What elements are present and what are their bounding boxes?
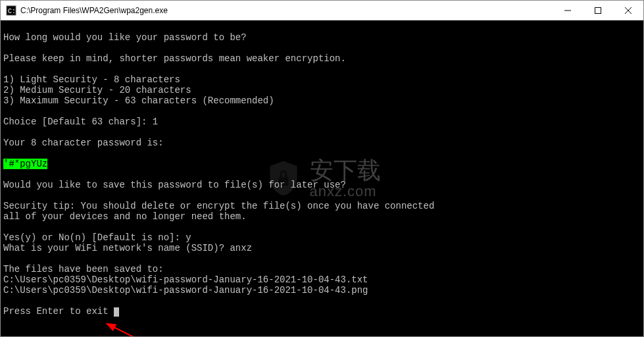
choice-input: 1 (153, 117, 158, 127)
yesno-prompt: Yes(y) or No(n) [Default is no]: (3, 232, 186, 243)
console-output[interactable]: How long would you like your password to… (1, 20, 643, 336)
console-line: How long would you like your password to… (3, 32, 247, 43)
console-line: 2) Medium Security - 20 characters (3, 85, 191, 95)
choice-prompt: Choice [Default 63 chars]: (3, 117, 153, 127)
console-line: 3) Maximum Security - 63 characters (Rec… (3, 95, 274, 106)
annotation-arrow (106, 320, 198, 336)
shield-lock-icon (264, 159, 303, 198)
svg-rect-3 (595, 7, 601, 13)
yesno-input: y (186, 232, 191, 243)
window-controls (553, 1, 643, 20)
ssid-prompt: What is your WiFi network's name (SSID)? (3, 243, 230, 253)
svg-line-7 (112, 326, 191, 336)
minimize-button[interactable] (553, 1, 583, 20)
ssid-input: anxz (230, 243, 252, 253)
svg-text:C:\: C:\ (8, 8, 16, 15)
cursor (114, 307, 119, 317)
app-icon: C:\ (6, 5, 16, 16)
security-tip: all of your devices and no longer need t… (3, 211, 247, 222)
console-line: 1) Light Security - 8 characters (3, 74, 180, 85)
watermark: 安下载 anxz.com (264, 157, 381, 199)
close-button[interactable] (613, 1, 643, 20)
security-tip: Security tip: You should delete or encry… (3, 201, 434, 211)
password-label: Your 8 character password is: (3, 138, 164, 148)
saved-file-txt: C:\Users\pc0359\Desktop\wifi-password-Ja… (3, 274, 368, 285)
generated-password: '#*pgYUz (3, 159, 47, 169)
window-title: C:\Program Files\WPA2Gen\wpa2gen.exe (20, 6, 553, 15)
save-prompt: Would you like to save this password to … (3, 180, 346, 190)
console-line: Please keep in mind, shorter passwords m… (3, 53, 346, 64)
maximize-button[interactable] (583, 1, 613, 20)
saved-label: The files have been saved to: (3, 264, 164, 274)
app-window: C:\ C:\Program Files\WPA2Gen\wpa2gen.exe… (0, 0, 644, 337)
exit-prompt: Press Enter to exit (3, 306, 114, 317)
saved-file-png: C:\Users\pc0359\Desktop\wifi-password-Ja… (3, 285, 368, 296)
titlebar[interactable]: C:\ C:\Program Files\WPA2Gen\wpa2gen.exe (1, 1, 643, 20)
